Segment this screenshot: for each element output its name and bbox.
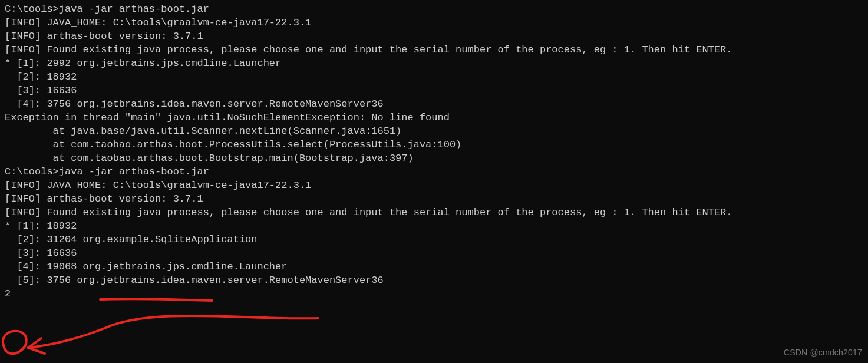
terminal-line: [3]: 16636 (5, 84, 863, 97)
terminal-line: [INFO] Found existing java process, plea… (5, 43, 863, 57)
terminal-line: * [1]: 2992 org.jetbrains.jps.cmdline.La… (5, 57, 863, 70)
terminal-line: [INFO] arthas-boot version: 3.7.1 (5, 192, 863, 206)
terminal-line: C:\tools>java -jar arthas-boot.jar (5, 2, 863, 16)
terminal-line: [5]: 3756 org.jetbrains.idea.maven.serve… (5, 273, 863, 287)
watermark: CSDN @cmdch2017 (784, 346, 862, 359)
terminal-line: at java.base/java.util.Scanner.nextLine(… (5, 124, 863, 138)
terminal-line: at com.taobao.arthas.boot.Bootstrap.main… (5, 151, 863, 165)
terminal-line: [INFO] JAVA_HOME: C:\tools\graalvm-ce-ja… (5, 179, 863, 192)
terminal-line: [2]: 31204 org.example.SqliteApplication (5, 233, 863, 246)
terminal-line: C:\tools>java -jar arthas-boot.jar (5, 165, 863, 179)
terminal-line: at com.taobao.arthas.boot.ProcessUtils.s… (5, 138, 863, 151)
terminal-line: [2]: 18932 (5, 70, 863, 84)
terminal-line: [3]: 16636 (5, 246, 863, 260)
terminal-line: [INFO] Found existing java process, plea… (5, 206, 863, 219)
terminal-line: [INFO] JAVA_HOME: C:\tools\graalvm-ce-ja… (5, 16, 863, 29)
terminal-line: [INFO] arthas-boot version: 3.7.1 (5, 29, 863, 43)
terminal-line: * [1]: 18932 (5, 219, 863, 233)
terminal-line: [4]: 3756 org.jetbrains.idea.maven.serve… (5, 97, 863, 111)
terminal-output[interactable]: C:\tools>java -jar arthas-boot.jar[INFO]… (0, 0, 868, 303)
terminal-line: Exception in thread "main" java.util.NoS… (5, 111, 863, 124)
terminal-line: 2 (5, 287, 863, 301)
terminal-line: [4]: 19068 org.jetbrains.jps.cmdline.Lau… (5, 260, 863, 273)
